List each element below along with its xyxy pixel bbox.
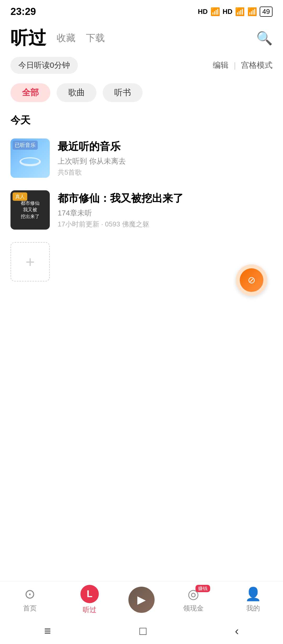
tab-audiobooks[interactable]: 听书 <box>103 83 143 102</box>
play-button[interactable]: ▶ <box>128 587 155 613</box>
nav-mine-label: 我的 <box>246 604 260 613</box>
add-button[interactable]: + <box>10 242 50 281</box>
tab-all[interactable]: 全部 <box>10 83 50 102</box>
status-icons: HD 📶 HD 📶 📶 49 <box>198 7 273 17</box>
nav-earn-label: 领现金 <box>183 604 204 613</box>
audiobook-thumb-badge: 真人 <box>13 192 27 201</box>
nav-home[interactable]: ⊙ 首页 <box>9 586 51 613</box>
recent-music-info: 最近听的音乐 上次听到 你从未离去 共5首歌 <box>58 139 273 177</box>
nav-history-label: 听过 <box>83 605 96 614</box>
audiobook-thumbnail: 真人 都市修仙我又被挖出来了 <box>10 190 50 230</box>
audiobook-subtitle: 174章未听 <box>58 208 273 218</box>
system-nav: ≡ □ ‹ <box>0 618 283 644</box>
plus-icon: + <box>25 253 35 271</box>
subheader-actions: 编辑 | 宫格模式 <box>213 60 273 71</box>
audiobook-thumb-text: 都市修仙我又被挖出来了 <box>19 198 42 222</box>
nav-history[interactable]: L 听过 <box>69 585 111 614</box>
status-time: 23:29 <box>10 6 36 17</box>
audiobook-title: 都市修仙：我又被挖出来了 <box>58 191 273 206</box>
signal-icon: 📶 <box>210 7 220 16</box>
section-today: 今天 <box>0 109 283 132</box>
wifi-icon: 📶 <box>247 7 257 16</box>
recent-music-thumbnail: 已听音乐 <box>10 138 50 178</box>
nav-mine[interactable]: 👤 我的 <box>232 586 274 613</box>
grid-mode-button[interactable]: 宫格模式 <box>241 60 273 71</box>
today-listening-badge[interactable]: 今日听读0分钟 <box>10 57 78 74</box>
list-item[interactable]: 已听音乐 最近听的音乐 上次听到 你从未离去 共5首歌 <box>0 132 283 184</box>
audiobook-info: 都市修仙：我又被挖出来了 174章未听 17小时前更新 · 0593 佛魔之躯 <box>58 191 273 229</box>
filter-tabs: 全部 歌曲 听书 <box>0 79 283 109</box>
page-title: 听过 <box>10 26 46 50</box>
system-menu-icon[interactable]: ≡ <box>44 624 51 637</box>
edit-button[interactable]: 编辑 <box>213 60 228 71</box>
nav-home-label: 首页 <box>23 604 37 613</box>
list-item[interactable]: 真人 都市修仙我又被挖出来了 都市修仙：我又被挖出来了 174章未听 17小时前… <box>0 184 283 236</box>
battery-indicator: 49 <box>260 7 273 17</box>
nav-collect[interactable]: 收藏 <box>57 32 75 45</box>
bottom-nav: ⊙ 首页 L 听过 ▶ 赚钱 ◎ 领现金 👤 我的 <box>0 581 283 618</box>
history-circle-icon: L <box>80 585 99 603</box>
recent-music-subtitle: 上次听到 你从未离去 <box>58 156 273 166</box>
history-letter: L <box>87 589 92 599</box>
reward-icon: ⊘ <box>248 275 255 286</box>
earn-badge: 赚钱 <box>195 585 210 592</box>
recent-music-title: 最近听的音乐 <box>58 139 273 154</box>
home-icon: ⊙ <box>24 586 35 602</box>
signal2-icon: 📶 <box>235 7 245 16</box>
nav-download[interactable]: 下载 <box>86 32 105 45</box>
recent-music-meta: 共5首歌 <box>58 168 273 177</box>
nav-earn[interactable]: 赚钱 ◎ 领现金 <box>172 586 214 613</box>
play-icon: ▶ <box>137 593 146 606</box>
music-ring-icon <box>17 157 43 166</box>
subheader: 今日听读0分钟 编辑 | 宫格模式 <box>0 54 283 79</box>
music-thumb-badge: 已听音乐 <box>13 141 38 150</box>
divider: | <box>234 61 236 70</box>
header-nav: 收藏 下载 <box>57 32 246 45</box>
status-bar: 23:29 HD 📶 HD 📶 📶 49 <box>0 0 283 21</box>
search-icon[interactable]: 🔍 <box>256 31 273 46</box>
floating-reward-inner: ⊘ <box>240 268 263 292</box>
system-home-icon[interactable]: □ <box>139 624 146 637</box>
tab-songs[interactable]: 歌曲 <box>57 83 96 102</box>
mine-icon: 👤 <box>245 586 261 602</box>
hd2-icon: HD <box>223 8 233 16</box>
audiobook-meta: 17小时前更新 · 0593 佛魔之躯 <box>58 220 273 229</box>
system-back-icon[interactable]: ‹ <box>235 624 239 637</box>
floating-reward-button[interactable]: ⊘ <box>236 264 267 296</box>
hd-icon: HD <box>198 8 208 16</box>
header: 听过 收藏 下载 🔍 <box>0 21 283 54</box>
nav-play-center[interactable]: ▶ <box>128 587 155 613</box>
